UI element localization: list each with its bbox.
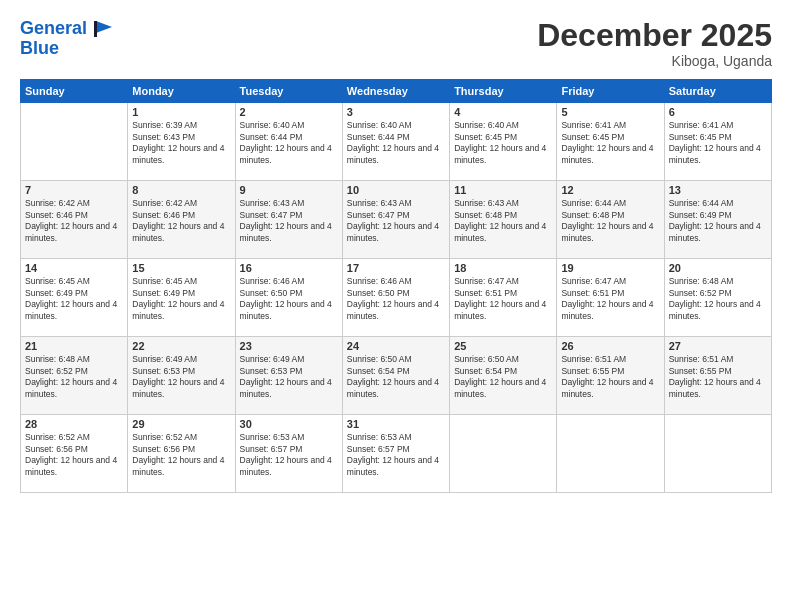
day-number: 19 <box>561 262 659 274</box>
calendar-cell: 16Sunrise: 6:46 AMSunset: 6:50 PMDayligh… <box>235 259 342 337</box>
calendar-cell: 21Sunrise: 6:48 AMSunset: 6:52 PMDayligh… <box>21 337 128 415</box>
week-row-2: 7Sunrise: 6:42 AMSunset: 6:46 PMDaylight… <box>21 181 772 259</box>
calendar-cell <box>450 415 557 493</box>
calendar-cell: 17Sunrise: 6:46 AMSunset: 6:50 PMDayligh… <box>342 259 449 337</box>
header-day-friday: Friday <box>557 80 664 103</box>
title-block: December 2025 Kiboga, Uganda <box>537 18 772 69</box>
day-number: 9 <box>240 184 338 196</box>
week-row-1: 1Sunrise: 6:39 AMSunset: 6:43 PMDaylight… <box>21 103 772 181</box>
week-row-4: 21Sunrise: 6:48 AMSunset: 6:52 PMDayligh… <box>21 337 772 415</box>
calendar-cell: 24Sunrise: 6:50 AMSunset: 6:54 PMDayligh… <box>342 337 449 415</box>
header-day-saturday: Saturday <box>664 80 771 103</box>
calendar-cell: 9Sunrise: 6:43 AMSunset: 6:47 PMDaylight… <box>235 181 342 259</box>
calendar-cell: 22Sunrise: 6:49 AMSunset: 6:53 PMDayligh… <box>128 337 235 415</box>
calendar-cell: 14Sunrise: 6:45 AMSunset: 6:49 PMDayligh… <box>21 259 128 337</box>
day-info: Sunrise: 6:47 AMSunset: 6:51 PMDaylight:… <box>561 276 659 322</box>
calendar-cell <box>557 415 664 493</box>
day-number: 22 <box>132 340 230 352</box>
day-info: Sunrise: 6:50 AMSunset: 6:54 PMDaylight:… <box>454 354 552 400</box>
day-info: Sunrise: 6:40 AMSunset: 6:45 PMDaylight:… <box>454 120 552 166</box>
day-number: 20 <box>669 262 767 274</box>
day-info: Sunrise: 6:42 AMSunset: 6:46 PMDaylight:… <box>25 198 123 244</box>
day-number: 31 <box>347 418 445 430</box>
day-number: 10 <box>347 184 445 196</box>
logo-line2: Blue <box>20 39 116 57</box>
day-info: Sunrise: 6:46 AMSunset: 6:50 PMDaylight:… <box>240 276 338 322</box>
day-info: Sunrise: 6:50 AMSunset: 6:54 PMDaylight:… <box>347 354 445 400</box>
header-day-wednesday: Wednesday <box>342 80 449 103</box>
day-number: 23 <box>240 340 338 352</box>
svg-marker-0 <box>96 21 112 33</box>
day-number: 4 <box>454 106 552 118</box>
day-info: Sunrise: 6:44 AMSunset: 6:48 PMDaylight:… <box>561 198 659 244</box>
day-info: Sunrise: 6:53 AMSunset: 6:57 PMDaylight:… <box>347 432 445 478</box>
week-row-5: 28Sunrise: 6:52 AMSunset: 6:56 PMDayligh… <box>21 415 772 493</box>
day-number: 29 <box>132 418 230 430</box>
day-number: 12 <box>561 184 659 196</box>
day-info: Sunrise: 6:43 AMSunset: 6:47 PMDaylight:… <box>347 198 445 244</box>
logo-icon <box>94 19 116 39</box>
month-title: December 2025 <box>537 18 772 53</box>
calendar-table: SundayMondayTuesdayWednesdayThursdayFrid… <box>20 79 772 493</box>
day-number: 24 <box>347 340 445 352</box>
day-number: 14 <box>25 262 123 274</box>
location-subtitle: Kiboga, Uganda <box>537 53 772 69</box>
calendar-cell: 19Sunrise: 6:47 AMSunset: 6:51 PMDayligh… <box>557 259 664 337</box>
calendar-cell: 15Sunrise: 6:45 AMSunset: 6:49 PMDayligh… <box>128 259 235 337</box>
calendar-cell: 29Sunrise: 6:52 AMSunset: 6:56 PMDayligh… <box>128 415 235 493</box>
day-number: 5 <box>561 106 659 118</box>
day-info: Sunrise: 6:43 AMSunset: 6:47 PMDaylight:… <box>240 198 338 244</box>
day-info: Sunrise: 6:49 AMSunset: 6:53 PMDaylight:… <box>132 354 230 400</box>
calendar-cell: 5Sunrise: 6:41 AMSunset: 6:45 PMDaylight… <box>557 103 664 181</box>
day-info: Sunrise: 6:52 AMSunset: 6:56 PMDaylight:… <box>25 432 123 478</box>
header-day-tuesday: Tuesday <box>235 80 342 103</box>
day-info: Sunrise: 6:52 AMSunset: 6:56 PMDaylight:… <box>132 432 230 478</box>
day-info: Sunrise: 6:41 AMSunset: 6:45 PMDaylight:… <box>669 120 767 166</box>
day-info: Sunrise: 6:40 AMSunset: 6:44 PMDaylight:… <box>347 120 445 166</box>
calendar-cell: 3Sunrise: 6:40 AMSunset: 6:44 PMDaylight… <box>342 103 449 181</box>
day-info: Sunrise: 6:48 AMSunset: 6:52 PMDaylight:… <box>25 354 123 400</box>
day-info: Sunrise: 6:39 AMSunset: 6:43 PMDaylight:… <box>132 120 230 166</box>
calendar-cell <box>21 103 128 181</box>
day-number: 11 <box>454 184 552 196</box>
calendar-cell: 4Sunrise: 6:40 AMSunset: 6:45 PMDaylight… <box>450 103 557 181</box>
calendar-cell: 26Sunrise: 6:51 AMSunset: 6:55 PMDayligh… <box>557 337 664 415</box>
day-number: 25 <box>454 340 552 352</box>
day-info: Sunrise: 6:43 AMSunset: 6:48 PMDaylight:… <box>454 198 552 244</box>
day-info: Sunrise: 6:41 AMSunset: 6:45 PMDaylight:… <box>561 120 659 166</box>
day-number: 1 <box>132 106 230 118</box>
day-number: 7 <box>25 184 123 196</box>
day-info: Sunrise: 6:46 AMSunset: 6:50 PMDaylight:… <box>347 276 445 322</box>
day-info: Sunrise: 6:49 AMSunset: 6:53 PMDaylight:… <box>240 354 338 400</box>
day-number: 18 <box>454 262 552 274</box>
header-day-thursday: Thursday <box>450 80 557 103</box>
calendar-cell: 25Sunrise: 6:50 AMSunset: 6:54 PMDayligh… <box>450 337 557 415</box>
header-day-sunday: Sunday <box>21 80 128 103</box>
header-day-monday: Monday <box>128 80 235 103</box>
day-number: 13 <box>669 184 767 196</box>
day-number: 27 <box>669 340 767 352</box>
day-number: 26 <box>561 340 659 352</box>
calendar-cell <box>664 415 771 493</box>
day-info: Sunrise: 6:45 AMSunset: 6:49 PMDaylight:… <box>25 276 123 322</box>
day-info: Sunrise: 6:47 AMSunset: 6:51 PMDaylight:… <box>454 276 552 322</box>
day-number: 21 <box>25 340 123 352</box>
day-number: 16 <box>240 262 338 274</box>
calendar-cell: 10Sunrise: 6:43 AMSunset: 6:47 PMDayligh… <box>342 181 449 259</box>
day-number: 6 <box>669 106 767 118</box>
calendar-cell: 31Sunrise: 6:53 AMSunset: 6:57 PMDayligh… <box>342 415 449 493</box>
svg-rect-1 <box>94 21 97 37</box>
calendar-cell: 30Sunrise: 6:53 AMSunset: 6:57 PMDayligh… <box>235 415 342 493</box>
calendar-cell: 23Sunrise: 6:49 AMSunset: 6:53 PMDayligh… <box>235 337 342 415</box>
day-number: 30 <box>240 418 338 430</box>
calendar-cell: 20Sunrise: 6:48 AMSunset: 6:52 PMDayligh… <box>664 259 771 337</box>
day-info: Sunrise: 6:42 AMSunset: 6:46 PMDaylight:… <box>132 198 230 244</box>
day-number: 8 <box>132 184 230 196</box>
day-info: Sunrise: 6:51 AMSunset: 6:55 PMDaylight:… <box>561 354 659 400</box>
day-number: 28 <box>25 418 123 430</box>
logo-line1: General <box>20 18 87 38</box>
logo-text: General <box>20 18 116 39</box>
day-number: 17 <box>347 262 445 274</box>
day-info: Sunrise: 6:51 AMSunset: 6:55 PMDaylight:… <box>669 354 767 400</box>
calendar-cell: 27Sunrise: 6:51 AMSunset: 6:55 PMDayligh… <box>664 337 771 415</box>
